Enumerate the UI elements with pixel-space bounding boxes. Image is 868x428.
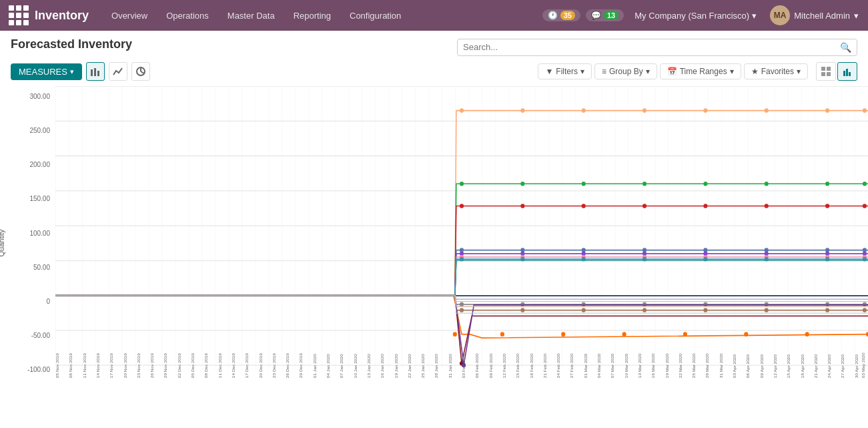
- timeranges-button[interactable]: 📅 Time Ranges ▾: [660, 63, 741, 79]
- svg-rect-10: [843, 71, 845, 76]
- favorites-dropdown-icon: ▾: [797, 67, 801, 76]
- timeranges-label: Time Ranges: [680, 67, 727, 76]
- svg-text:12 Apr 2020: 12 Apr 2020: [773, 354, 778, 378]
- apps-menu-button[interactable]: [7, 3, 31, 27]
- svg-text:15 Feb 2020: 15 Feb 2020: [516, 353, 520, 378]
- svg-text:03 May 2020: 03 May 2020: [861, 353, 866, 378]
- clock-icon: 🕐: [548, 11, 558, 20]
- svg-point-92: [765, 302, 769, 307]
- svg-point-45: [825, 182, 829, 186]
- svg-text:01 Jan 2020: 01 Jan 2020: [312, 354, 317, 379]
- y-tick-100: 100.00: [19, 230, 50, 237]
- nav-overview[interactable]: Overview: [102, 0, 157, 31]
- svg-text:12 Feb 2020: 12 Feb 2020: [502, 353, 506, 378]
- grid-view-button[interactable]: [816, 62, 836, 81]
- nav-master-data[interactable]: Master Data: [218, 0, 284, 31]
- svg-point-37: [825, 108, 829, 113]
- search-input[interactable]: [463, 42, 840, 52]
- groupby-dropdown-icon: ▾: [646, 67, 650, 76]
- svg-text:13 Mar 2020: 13 Mar 2020: [637, 353, 642, 378]
- svg-text:21 Feb 2020: 21 Feb 2020: [542, 353, 547, 378]
- user-menu[interactable]: MA Mitchell Admin ▾: [767, 5, 861, 25]
- svg-point-42: [642, 182, 646, 186]
- measures-button[interactable]: MEASURES: [11, 63, 82, 80]
- svg-point-51: [703, 204, 707, 208]
- svg-text:11 Dec 2019: 11 Dec 2019: [218, 353, 222, 379]
- svg-text:25 Mar 2020: 25 Mar 2020: [691, 353, 696, 378]
- svg-text:16 Mar 2020: 16 Mar 2020: [651, 353, 656, 378]
- svg-point-47: [460, 204, 464, 208]
- svg-text:27 Apr 2020: 27 Apr 2020: [841, 354, 846, 378]
- line-chart-icon: [113, 67, 123, 76]
- svg-text:28 Mar 2020: 28 Mar 2020: [705, 353, 710, 378]
- svg-text:09 Apr 2020: 09 Apr 2020: [759, 354, 765, 378]
- svg-text:07 Mar 2020: 07 Mar 2020: [610, 353, 615, 378]
- toolbar-left: MEASURES: [11, 62, 150, 81]
- toolbar-right: ▼ Filters ▾ ≡ Group By ▾ 📅 Time Ranges ▾…: [538, 62, 857, 81]
- svg-point-98: [642, 308, 646, 312]
- search-bar[interactable]: 🔍: [457, 39, 857, 56]
- groupby-icon: ≡: [602, 67, 606, 76]
- svg-text:02 Dec 2019: 02 Dec 2019: [177, 353, 181, 379]
- clock-badge[interactable]: 🕐 35: [542, 9, 580, 21]
- svg-text:01 Mar 2020: 01 Mar 2020: [583, 353, 588, 378]
- bar-chart-button[interactable]: [86, 62, 105, 81]
- groupby-label: Group By: [609, 67, 643, 76]
- company-switcher[interactable]: My Company (San Francisco) ▾: [629, 11, 762, 21]
- svg-point-28: [744, 332, 748, 337]
- groupby-button[interactable]: ≡ Group By ▾: [594, 63, 657, 79]
- svg-point-88: [520, 302, 524, 307]
- svg-text:05 Dec 2019: 05 Dec 2019: [190, 353, 195, 379]
- y-tick-50: 50.00: [19, 264, 50, 271]
- y-tick-150: 150.00: [19, 195, 50, 202]
- nav-operations[interactable]: Operations: [157, 0, 218, 31]
- chart-svg: 05 Nov 2019 08 Nov 2019 11 Nov 2019 14 N…: [55, 86, 868, 400]
- pie-chart-button[interactable]: [131, 62, 150, 81]
- svg-point-49: [582, 204, 586, 208]
- svg-point-26: [622, 332, 626, 337]
- line-chart-button[interactable]: [109, 62, 127, 81]
- svg-text:04 Jan 2020: 04 Jan 2020: [326, 354, 330, 379]
- svg-text:23 Dec 2019: 23 Dec 2019: [272, 353, 276, 379]
- svg-rect-7: [827, 67, 831, 71]
- svg-point-23: [453, 332, 457, 337]
- svg-text:23 Nov 2019: 23 Nov 2019: [136, 353, 141, 379]
- svg-text:18 Apr 2020: 18 Apr 2020: [800, 354, 805, 378]
- chat-icon: 💬: [591, 11, 601, 20]
- chat-badge[interactable]: 💬 13: [586, 9, 624, 21]
- svg-text:03 Apr 2020: 03 Apr 2020: [732, 354, 737, 378]
- svg-point-102: [863, 308, 867, 312]
- calendar-icon: 📅: [667, 67, 677, 76]
- nav-reporting[interactable]: Reporting: [284, 0, 340, 31]
- favorites-button[interactable]: ★ Favorites ▾: [744, 63, 808, 79]
- y-tick-300: 300.00: [19, 93, 50, 100]
- filter-icon: ▼: [545, 67, 553, 76]
- svg-point-34: [642, 108, 646, 113]
- svg-text:10 Mar 2020: 10 Mar 2020: [624, 353, 628, 378]
- y-tick-neg100: -100.00: [19, 366, 50, 373]
- svg-point-44: [765, 182, 769, 186]
- svg-point-36: [765, 108, 769, 113]
- svg-text:28 Jan 2020: 28 Jan 2020: [434, 354, 439, 379]
- svg-text:06 Apr 2020: 06 Apr 2020: [746, 354, 751, 378]
- svg-text:15 Apr 2020: 15 Apr 2020: [787, 354, 792, 378]
- svg-text:19 Jan 2020: 19 Jan 2020: [394, 354, 398, 379]
- user-dropdown-icon: ▾: [854, 11, 859, 21]
- chart-view-button[interactable]: [837, 62, 857, 81]
- nav-configuration[interactable]: Configuration: [340, 0, 410, 31]
- search-icon[interactable]: 🔍: [840, 42, 851, 53]
- svg-text:18 Feb 2020: 18 Feb 2020: [529, 353, 534, 378]
- svg-text:21 Apr 2020: 21 Apr 2020: [813, 354, 819, 378]
- svg-text:20 Dec 2019: 20 Dec 2019: [258, 353, 263, 379]
- y-tick-0: 0: [19, 298, 50, 305]
- svg-text:11 Nov 2019: 11 Nov 2019: [82, 353, 87, 379]
- svg-text:25 Jan 2020: 25 Jan 2020: [420, 354, 425, 379]
- filters-button[interactable]: ▼ Filters ▾: [538, 63, 592, 79]
- svg-rect-0: [91, 69, 93, 76]
- nav-right-section: 🕐 35 💬 13 My Company (San Francisco) ▾ M…: [542, 5, 861, 25]
- svg-point-43: [703, 182, 707, 186]
- svg-rect-12: [849, 72, 851, 76]
- star-icon: ★: [751, 67, 759, 76]
- svg-point-35: [703, 108, 707, 113]
- svg-point-40: [520, 182, 524, 186]
